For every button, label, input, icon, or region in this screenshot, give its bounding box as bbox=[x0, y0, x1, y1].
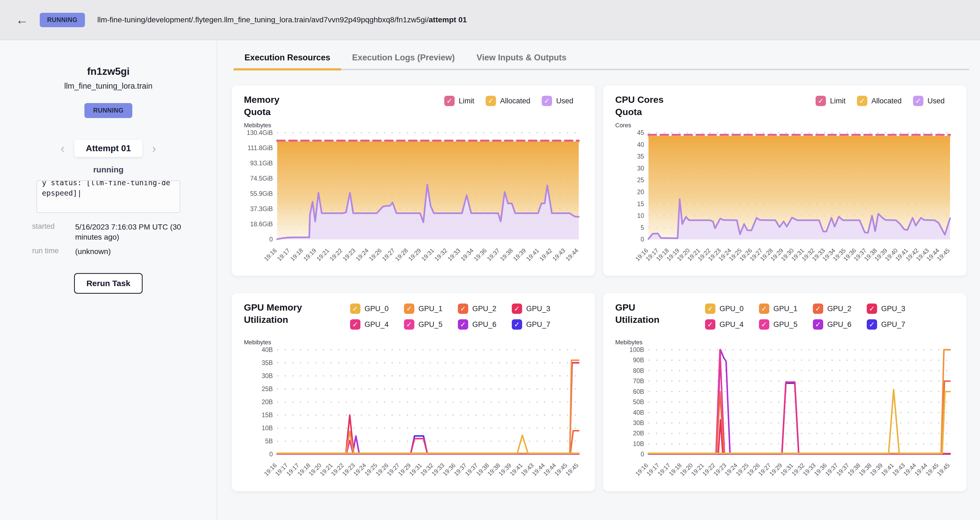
svg-text:30: 30 bbox=[637, 165, 644, 172]
checkbox-checked-icon[interactable]: ✓ bbox=[759, 303, 769, 314]
legend-item-gpu_1[interactable]: ✓GPU_1 bbox=[404, 303, 458, 314]
svg-text:40: 40 bbox=[637, 141, 644, 148]
legend-item-gpu_1[interactable]: ✓GPU_1 bbox=[759, 303, 813, 314]
checkbox-checked-icon[interactable]: ✓ bbox=[542, 96, 552, 106]
svg-text:35: 35 bbox=[637, 153, 644, 160]
back-arrow-icon[interactable]: ← bbox=[16, 14, 28, 26]
tab-execution-resources[interactable]: Execution Resources bbox=[234, 53, 341, 70]
legend-label: GPU_5 bbox=[773, 320, 798, 329]
checkbox-checked-icon[interactable]: ✓ bbox=[458, 319, 468, 330]
legend-item-allocated[interactable]: ✓Allocated bbox=[486, 96, 530, 106]
legend-label: GPU_3 bbox=[881, 304, 905, 313]
svg-text:37.3GiB: 37.3GiB bbox=[250, 205, 273, 212]
legend-item-limit[interactable]: ✓Limit bbox=[816, 96, 846, 106]
checkbox-checked-icon[interactable]: ✓ bbox=[404, 319, 414, 330]
checkbox-checked-icon[interactable]: ✓ bbox=[350, 319, 360, 330]
cpu-cores-quota-plot: 45403530252015105019:1619:1719:1819:1919… bbox=[615, 130, 955, 265]
legend-item-gpu_5[interactable]: ✓GPU_5 bbox=[404, 319, 458, 330]
legend-item-gpu_4[interactable]: ✓GPU_4 bbox=[705, 319, 759, 330]
meta-row-started: started 5/16/2023 7:16:03 PM UTC (30 min… bbox=[32, 222, 185, 242]
svg-text:15B: 15B bbox=[262, 412, 273, 419]
legend-item-gpu_7[interactable]: ✓GPU_7 bbox=[867, 319, 921, 330]
breadcrumb[interactable]: llm-fine-tuning/development/.flytegen.ll… bbox=[97, 16, 467, 24]
memory-quota-plot: 130.4GiB111.8GiB93.1GiB74.5GiB55.9GiB37.… bbox=[244, 130, 583, 265]
legend-label: GPU_6 bbox=[472, 320, 496, 329]
checkbox-checked-icon[interactable]: ✓ bbox=[813, 303, 823, 314]
checkbox-checked-icon[interactable]: ✓ bbox=[857, 96, 867, 106]
chart-legend: ✓Limit✓Allocated✓Used bbox=[433, 96, 573, 111]
checkbox-checked-icon[interactable]: ✓ bbox=[512, 319, 522, 330]
svg-text:0: 0 bbox=[269, 451, 273, 458]
legend-item-gpu_0[interactable]: ✓GPU_0 bbox=[350, 303, 404, 314]
legend-label: Allocated bbox=[871, 97, 902, 105]
svg-text:19:32: 19:32 bbox=[433, 247, 449, 262]
checkbox-checked-icon[interactable]: ✓ bbox=[816, 96, 826, 106]
svg-text:19:37: 19:37 bbox=[464, 462, 479, 477]
svg-text:19:31: 19:31 bbox=[779, 462, 795, 477]
legend-item-gpu_4[interactable]: ✓GPU_4 bbox=[350, 319, 404, 330]
checkbox-checked-icon[interactable]: ✓ bbox=[404, 303, 414, 314]
chart-header: Memory Quota ✓Limit✓Allocated✓Used bbox=[244, 94, 583, 118]
svg-text:5: 5 bbox=[641, 224, 644, 231]
next-attempt-icon[interactable]: › bbox=[152, 143, 156, 154]
svg-text:19:33: 19:33 bbox=[446, 247, 462, 262]
checkbox-checked-icon[interactable]: ✓ bbox=[512, 303, 522, 314]
runtime-label: run time bbox=[32, 247, 75, 257]
legend-item-gpu_6[interactable]: ✓GPU_6 bbox=[458, 319, 512, 330]
checkbox-checked-icon[interactable]: ✓ bbox=[486, 96, 496, 106]
tab-view-inputs-outputs[interactable]: View Inputs & Outputs bbox=[466, 53, 578, 70]
legend-item-gpu_5[interactable]: ✓GPU_5 bbox=[759, 319, 813, 330]
checkbox-checked-icon[interactable]: ✓ bbox=[350, 303, 360, 314]
svg-text:10B: 10B bbox=[262, 425, 273, 431]
svg-text:19:26: 19:26 bbox=[368, 247, 383, 262]
legend-item-gpu_7[interactable]: ✓GPU_7 bbox=[512, 319, 566, 330]
svg-text:0: 0 bbox=[641, 451, 644, 458]
svg-text:70B: 70B bbox=[633, 377, 644, 385]
legend-item-limit[interactable]: ✓Limit bbox=[444, 96, 474, 106]
started-label: started bbox=[32, 222, 75, 242]
legend-item-gpu_2[interactable]: ✓GPU_2 bbox=[458, 303, 512, 314]
svg-text:19:38: 19:38 bbox=[858, 462, 873, 477]
attempt-label[interactable]: Attempt 01 bbox=[74, 140, 142, 157]
prev-attempt-icon[interactable]: ‹ bbox=[61, 143, 65, 154]
svg-text:19:45: 19:45 bbox=[924, 462, 940, 477]
chart-title-line1: CPU Cores bbox=[615, 94, 705, 106]
checkbox-checked-icon[interactable]: ✓ bbox=[705, 319, 715, 330]
legend-item-gpu_6[interactable]: ✓GPU_6 bbox=[813, 319, 867, 330]
status-message-box[interactable]: y status: [llm-fine-tuning-de epspeed]| bbox=[37, 180, 180, 213]
svg-text:19:36: 19:36 bbox=[813, 462, 828, 477]
legend-item-allocated[interactable]: ✓Allocated bbox=[857, 96, 902, 106]
legend-item-gpu_2[interactable]: ✓GPU_2 bbox=[813, 303, 867, 314]
svg-text:40B: 40B bbox=[262, 347, 273, 353]
legend-item-used[interactable]: ✓Used bbox=[542, 96, 573, 106]
checkbox-checked-icon[interactable]: ✓ bbox=[913, 96, 923, 106]
checkbox-checked-icon[interactable]: ✓ bbox=[458, 303, 468, 314]
svg-text:19:37: 19:37 bbox=[835, 462, 851, 477]
svg-text:19:28: 19:28 bbox=[394, 247, 409, 262]
chart-title-line1: GPU Memory bbox=[244, 301, 334, 314]
svg-text:19:17: 19:17 bbox=[274, 462, 290, 477]
legend-item-gpu_3[interactable]: ✓GPU_3 bbox=[867, 303, 921, 314]
checkbox-checked-icon[interactable]: ✓ bbox=[867, 303, 877, 314]
tabs: Execution Resources Execution Logs (Prev… bbox=[234, 53, 980, 70]
checkbox-checked-icon[interactable]: ✓ bbox=[867, 319, 877, 330]
checkbox-checked-icon[interactable]: ✓ bbox=[444, 96, 455, 106]
chart-unit-label: Mebibytes bbox=[244, 122, 583, 129]
checkbox-checked-icon[interactable]: ✓ bbox=[813, 319, 823, 330]
legend-item-gpu_3[interactable]: ✓GPU_3 bbox=[512, 303, 566, 314]
tab-execution-logs[interactable]: Execution Logs (Preview) bbox=[341, 53, 466, 70]
legend-item-used[interactable]: ✓Used bbox=[913, 96, 945, 106]
svg-text:19:42: 19:42 bbox=[538, 247, 554, 262]
svg-text:0: 0 bbox=[269, 236, 273, 243]
svg-text:100B: 100B bbox=[629, 347, 644, 353]
legend-label: GPU_7 bbox=[881, 320, 905, 329]
checkbox-checked-icon[interactable]: ✓ bbox=[759, 319, 769, 330]
task-meta: started 5/16/2023 7:16:03 PM UTC (30 min… bbox=[32, 222, 185, 257]
svg-text:19:38: 19:38 bbox=[475, 462, 490, 477]
legend-item-gpu_0[interactable]: ✓GPU_0 bbox=[705, 303, 759, 314]
rerun-task-button[interactable]: Rerun Task bbox=[74, 273, 142, 294]
memory-quota-card: Memory Quota ✓Limit✓Allocated✓Used Mebib… bbox=[232, 86, 595, 276]
checkbox-checked-icon[interactable]: ✓ bbox=[705, 303, 715, 314]
svg-text:45: 45 bbox=[637, 130, 644, 136]
svg-text:19:19: 19:19 bbox=[302, 247, 318, 262]
